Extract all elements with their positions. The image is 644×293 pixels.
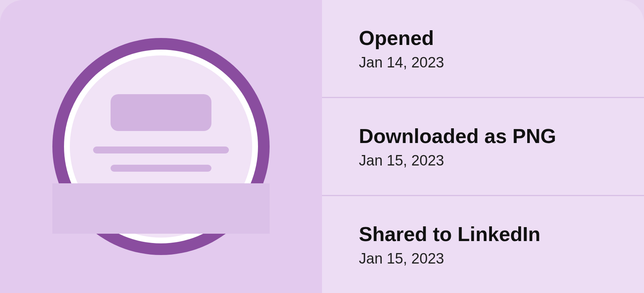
thumbnail-content-line — [93, 146, 229, 153]
thumbnail-content-block — [111, 94, 211, 131]
activity-title: Shared to LinkedIn — [359, 222, 644, 246]
activity-date: Jan 15, 2023 — [359, 152, 644, 169]
activity-item-downloaded[interactable]: Downloaded as PNG Jan 15, 2023 — [322, 98, 644, 196]
thumbnail-content-line — [111, 165, 211, 172]
activity-date: Jan 15, 2023 — [359, 250, 644, 267]
activity-item-opened[interactable]: Opened Jan 14, 2023 — [322, 0, 644, 98]
activity-list: Opened Jan 14, 2023 Downloaded as PNG Ja… — [322, 0, 644, 293]
thumbnail-footer-band — [52, 183, 270, 234]
document-thumbnail — [52, 38, 270, 255]
document-preview-panel — [0, 0, 322, 293]
activity-title: Opened — [359, 26, 644, 50]
activity-item-shared[interactable]: Shared to LinkedIn Jan 15, 2023 — [322, 196, 644, 293]
activity-title: Downloaded as PNG — [359, 124, 644, 148]
activity-date: Jan 14, 2023 — [359, 54, 644, 71]
